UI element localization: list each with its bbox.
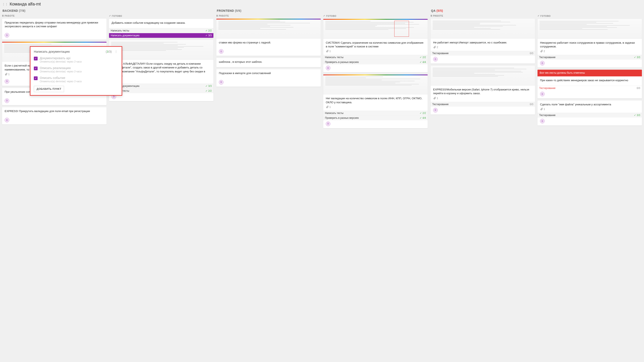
lane-header: ✓ГОТОВО [538, 14, 642, 17]
avatar[interactable]: D [4, 98, 9, 103]
card-title: СИСТЕМА! Сделать ограничение на количест… [326, 41, 425, 48]
checklist-label: Проверить в разных версиях [325, 116, 359, 119]
card-thumbnail [323, 19, 428, 39]
card-title: шаблона , в которых этот шаблон. [219, 60, 318, 64]
attachment-icon: 2 [433, 46, 438, 49]
card[interactable]: Подсказки в импорте для сопоставленийD [216, 69, 321, 86]
checklist-tag[interactable]: Написать документацию✓ 3/3 [109, 33, 214, 38]
checklist-count: 0/3 [530, 52, 533, 55]
checklist-count: ✓ 3/3 [206, 34, 212, 37]
checklist-item[interactable]: ✓Документировать apiОтметил(а) demntad, … [34, 56, 118, 63]
avatar[interactable]: D [4, 79, 9, 84]
attachment-icon: 1 [433, 97, 438, 100]
checklist-tag[interactable]: Тестирование0/3 [430, 102, 535, 107]
card-thumbnail [430, 66, 535, 86]
checklist-tag[interactable]: Написать тесты✓ 2/2 [323, 55, 428, 60]
card-title: Нет валидации на количество символом в п… [326, 96, 425, 104]
card[interactable]: Не работает импорт.Импорт завершается, н… [430, 19, 535, 64]
lane-header: В РАБОТЕ [2, 14, 106, 17]
card[interactable]: ставки иво форма на странице с ладной.D [216, 19, 321, 56]
lane-qa-done: ✓ГОТОВОНекорректно работает поиск сотруд… [538, 14, 642, 125]
checklist-label: Тестирование [539, 87, 556, 90]
card-title: ставки иво форма на странице с ладной. [219, 41, 318, 44]
checklist-tag[interactable]: Тестирование✓ 3/3 [538, 55, 642, 60]
avatar[interactable]: D [433, 108, 438, 112]
card[interactable]: Некорректно работает поиск сотрудников в… [538, 19, 642, 67]
checklist-label: Написать документацию [111, 34, 140, 37]
checklist-tag[interactable]: Написать тесты✓ 2/2 [109, 88, 214, 93]
card[interactable]: EXPRESS! Прикрутить валидацию для поля e… [2, 107, 106, 124]
card[interactable]: Добавить новое событие кладовщику на соз… [109, 19, 214, 38]
checklist-tag[interactable]: Написать документацию✓ 3/3 [109, 83, 214, 88]
avatar[interactable]: D [540, 92, 545, 96]
checklist-tag[interactable]: Проверить в разных версиях✓ 4/4 [323, 115, 428, 120]
card-title: EXPRESS! Прикрутить валидацию для поля e… [4, 109, 104, 113]
card-thumbnail [216, 19, 321, 39]
checklist-label: Проверить в разных версиях [325, 61, 359, 64]
checklist-count: 0/3 [530, 103, 533, 106]
checklist-tag[interactable]: Тестирование✓ 3/3 [538, 113, 642, 117]
checklist-tag[interactable]: Написать тесты✓ 2/2 [323, 111, 428, 115]
attachment-icon: 1 [4, 73, 10, 76]
card[interactable]: Нет валидации на количество символом в п… [323, 74, 428, 128]
checkbox-checked-icon[interactable]: ✓ [34, 57, 38, 60]
checklist-tag[interactable]: Написать тесты✓ 2/2 [109, 28, 214, 33]
card[interactable]: шаблона , в которых этот шаблон. [216, 58, 321, 67]
avatar[interactable]: D [219, 49, 224, 54]
avatar[interactable]: D [540, 119, 545, 123]
avatar[interactable]: D [4, 118, 9, 122]
checklist-count: ✓ 4/4 [420, 61, 426, 64]
card[interactable]: Сделать поле "имя файла" уникальным у ас… [538, 100, 642, 125]
popover-count: (3/3) [106, 50, 112, 53]
avatar[interactable]: D [433, 57, 438, 61]
checklist-item-meta: Отметил(а) demntad, через 3 часа [40, 60, 118, 63]
avatar[interactable]: D [326, 66, 330, 70]
checklist-label: Тестирование [539, 56, 556, 59]
lane-fe-work: В РАБОТЕставки иво форма на странице с л… [216, 14, 321, 128]
lane-qa-work: В РАБОТЕНе работает импорт.Импорт заверш… [430, 14, 535, 125]
checklist-count: 0/3 [637, 87, 640, 90]
group-header: BACKEND (7/8) [2, 9, 214, 12]
checklist-tag[interactable]: Тестирование0/3 [430, 51, 535, 56]
card[interactable]: EXPRESS!Мобильная версия (Safari, Iphone… [430, 66, 535, 114]
checklist-count: ✓ 2/2 [206, 89, 212, 92]
checklist-item[interactable]: ✓Описать реализациюОтметил(а) demntad, ч… [34, 66, 118, 73]
lane-bk-done: ✓ГОТОВОДобавить новое событие кладовщику… [109, 14, 214, 124]
card[interactable]: СКИДКА АЛЬФАДЕТАЛИ!!! Если создать скидк… [109, 40, 214, 101]
board-header: ⋮⋮ Команда alfa-mt [2, 2, 642, 6]
attachment-icon: 1 [326, 106, 331, 108]
checkbox-checked-icon[interactable]: ✓ [34, 76, 38, 80]
lane-header: ✓ГОТОВО [323, 14, 428, 17]
checklist-label: Написать тесты [111, 29, 129, 32]
checklist-count: ✓ 3/3 [634, 56, 640, 59]
avatar[interactable]: D [540, 61, 545, 65]
checklist-label: Тестирование [432, 103, 449, 106]
card[interactable]: Все чек-листы должны быть отмеченыПри ка… [538, 70, 642, 98]
warning-banner: Все чек-листы должны быть отмечены [538, 70, 642, 76]
checklist-item[interactable]: ✓Описать событиеОтметил(а) demntad, чере… [34, 76, 118, 83]
group-header: QA (5/5) [431, 9, 642, 12]
column-group-frontend: FRONTEND (5/6)В РАБОТЕставки иво форма н… [216, 9, 428, 128]
checklist-label: Написать тесты [325, 56, 344, 59]
check-icon: ✓ [109, 14, 111, 17]
checkbox-checked-icon[interactable]: ✓ [34, 66, 38, 70]
add-item-button[interactable]: ДОБАВИТЬ ПУНКТ [34, 86, 64, 92]
checklist-item-meta: Отметил(а) demntad, через 3 часа [40, 80, 118, 83]
checklist-item-title: Описать реализацию [40, 66, 118, 70]
avatar[interactable]: D [4, 33, 9, 37]
attachment-icon: 2 [540, 50, 545, 53]
attachment-icon: 1 [540, 108, 545, 111]
checklist-tag[interactable]: Проверить в разных версиях✓ 4/4 [323, 60, 428, 64]
lane-header: ✓ГОТОВО [109, 14, 214, 17]
more-icon[interactable]: ⋮ [114, 50, 118, 53]
checklist-count: ✓ 2/2 [206, 29, 212, 32]
avatar[interactable]: D [219, 80, 224, 85]
checklist-tag[interactable]: Тестирование0/3 [538, 86, 642, 90]
group-count: (7/8) [19, 9, 26, 12]
avatar[interactable]: D [326, 121, 330, 126]
drag-handle-icon[interactable]: ⋮⋮ [2, 2, 8, 6]
card[interactable]: Предлагаю переделать форму отправки пись… [2, 19, 106, 40]
card[interactable]: СИСТЕМА! Сделать ограничение на количест… [323, 19, 428, 72]
card-thumbnail [430, 19, 535, 39]
checklist-item-title: Документировать api [40, 56, 118, 60]
